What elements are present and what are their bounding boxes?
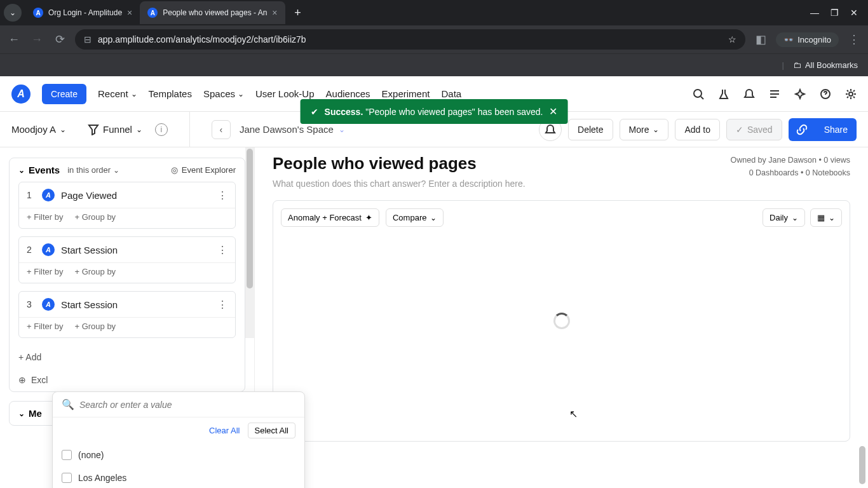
delete-button[interactable]: Delete [568,119,613,140]
copy-link-button[interactable] [789,118,815,141]
divider [189,112,190,147]
filter-option-los-angeles[interactable]: Los Angeles [53,466,304,488]
amplitude-event-icon: A [42,189,55,201]
event-step-number: 2 [27,245,36,255]
space-breadcrumb[interactable]: Jane Dawson's Space⌄ [240,124,345,135]
body-layout: ⌄Events in this order⌄ ◎Event Explorer 1… [0,147,868,488]
maximize-icon[interactable]: ❐ [831,8,839,18]
svg-point-3 [849,92,853,96]
bookmark-star-icon[interactable]: ☆ [728,34,736,44]
search-icon: 🔍 [62,398,74,410]
event-menu-icon[interactable]: ⋮ [217,244,227,256]
queue-icon[interactable] [769,88,780,100]
browser-menu-icon[interactable]: ⋮ [846,32,862,46]
new-tab-button[interactable]: + [289,4,307,22]
nav-recent[interactable]: Recent⌄ [98,88,137,99]
exclude-events-button[interactable]: ⊕Excl [10,369,245,391]
browser-tab-0[interactable]: A Org Login - Amplitude × [25,1,140,24]
more-button[interactable]: More⌄ [620,119,669,140]
add-event-button[interactable]: + Add [10,346,245,369]
main-scrollbar[interactable] [858,147,867,488]
event-name[interactable]: Page Viewed [61,190,117,201]
site-info-icon[interactable]: ⊟ [84,34,92,44]
gear-icon[interactable] [845,88,857,100]
add-filter-button[interactable]: + Filter by [27,267,63,276]
nav-forward-icon: → [29,33,44,46]
clear-all-button[interactable]: Clear All [209,426,240,435]
incognito-indicator[interactable]: 👓 Incognito [776,32,839,47]
interval-picker[interactable]: Daily⌄ [763,208,805,227]
address-bar[interactable]: ⊟ app.amplitude.com/analytics/moodjoy2/c… [75,29,745,50]
nav-templates[interactable]: Templates [149,88,192,99]
close-window-icon[interactable]: ✕ [850,8,858,18]
events-panel-toggle[interactable]: ⌄Events [18,165,60,175]
nav-data[interactable]: Data [441,88,461,99]
anomaly-forecast-button[interactable]: Anomaly + Forecast✦ [281,208,379,227]
add-group-button[interactable]: + Group by [74,267,116,276]
target-icon: ◎ [171,165,178,175]
event-row-1: 1 A Page Viewed ⋮ + Filter by + Group by [18,182,236,229]
sidebar-scrollbar[interactable] [245,147,254,338]
filter-search-input[interactable] [79,400,295,410]
amplitude-logo[interactable]: A [11,85,31,104]
sparkle-icon[interactable] [794,88,806,100]
create-button[interactable]: Create [42,84,86,104]
all-bookmarks-button[interactable]: 🗀 All Bookmarks [793,60,858,70]
event-name[interactable]: Start Session [61,245,118,255]
tab-title: People who viewed pages - An [163,8,267,17]
incognito-icon: 👓 [783,35,794,44]
nav-spaces[interactable]: Spaces⌄ [203,88,244,99]
nav-experiment[interactable]: Experiment [382,88,430,99]
left-sidebar: ⌄Events in this order⌄ ◎Event Explorer 1… [0,147,254,488]
close-tab-icon[interactable]: × [272,8,277,18]
add-group-button[interactable]: + Group by [74,322,116,331]
browser-tab-strip: ⌄ A Org Login - Amplitude × A People who… [0,0,868,25]
events-order-picker[interactable]: in this order⌄ [67,165,119,175]
beaker-icon[interactable] [718,88,729,100]
nav-userlookup[interactable]: User Look-Up [255,88,315,99]
add-filter-button[interactable]: + Filter by [27,212,63,222]
side-panel-icon[interactable]: ◧ [753,32,768,46]
close-tab-icon[interactable]: × [127,8,132,18]
checkbox-icon[interactable] [62,450,72,460]
filter-option-none[interactable]: (none) [53,444,304,466]
share-button[interactable]: Share [815,118,857,141]
check-icon: ✓ [736,125,743,135]
date-range-picker[interactable]: ▦⌄ [810,208,842,227]
add-group-button[interactable]: + Group by [74,212,116,222]
event-step-number: 1 [27,190,36,200]
toast-close-icon[interactable]: ✕ [549,105,557,118]
checkbox-icon[interactable] [62,473,72,483]
tab-search-button[interactable]: ⌄ [4,4,22,22]
chevron-down-icon: ⌄ [829,214,835,222]
search-icon[interactable] [693,88,704,100]
amplitude-favicon: A [33,8,43,18]
nav-back-icon[interactable]: ← [6,33,22,46]
chevron-down-icon: ⌄ [339,125,345,134]
add-to-button[interactable]: Add to [675,119,719,140]
bell-icon[interactable] [743,88,755,100]
dashboards-line: 0 Dashboards • 0 Notebooks [731,166,851,179]
event-explorer-button[interactable]: ◎Event Explorer [171,165,236,175]
all-bookmarks-label: All Bookmarks [805,60,858,70]
help-icon[interactable] [820,88,831,100]
compare-button[interactable]: Compare⌄ [386,208,444,227]
chart-description-input[interactable]: What question does this chart answer? En… [273,179,850,189]
event-menu-icon[interactable]: ⋮ [217,299,227,311]
measure-panel-toggle[interactable]: ⌄Me [18,408,42,419]
svg-point-0 [694,90,702,97]
filter-option-label: (none) [78,450,104,460]
info-icon[interactable]: i [155,123,168,136]
chart-type-picker[interactable]: Funnel ⌄ [88,124,142,135]
event-name[interactable]: Start Session [61,299,118,310]
reload-icon[interactable]: ⟳ [52,32,67,46]
workspace-picker[interactable]: Moodjoy A⌄ [11,124,66,135]
minimize-icon[interactable]: ― [810,8,819,18]
select-all-button[interactable]: Select All [248,423,295,438]
event-menu-icon[interactable]: ⋮ [217,189,227,201]
nav-audiences[interactable]: Audiences [326,88,370,99]
browser-tab-1[interactable]: A People who viewed pages - An × [140,1,285,24]
space-back-button[interactable]: ‹ [212,120,231,139]
chevron-down-icon: ⌄ [113,166,119,175]
add-filter-button[interactable]: + Filter by [27,322,63,331]
